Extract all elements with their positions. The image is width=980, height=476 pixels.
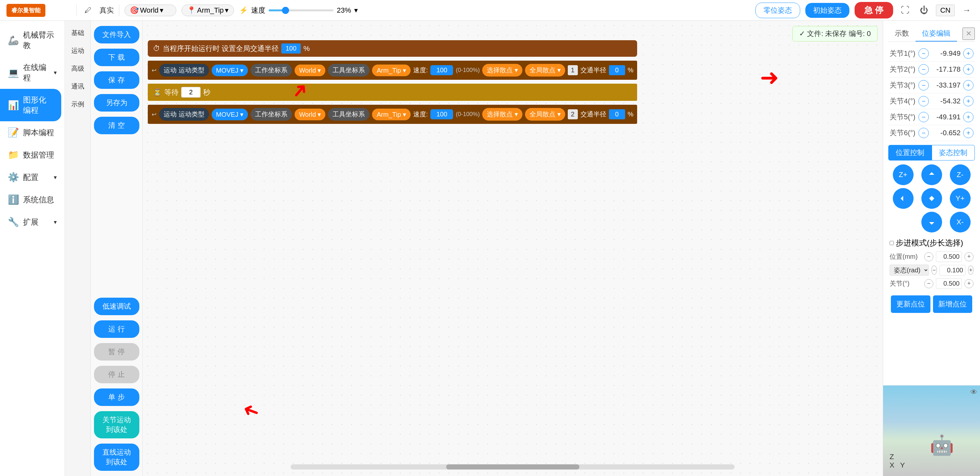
step-button[interactable]: 单 步 bbox=[94, 388, 139, 406]
att-rad-plus-button[interactable]: + bbox=[968, 266, 974, 275]
joint-6-plus-button[interactable]: + bbox=[963, 128, 974, 138]
yplus-right-button[interactable]: Y+ bbox=[950, 188, 970, 209]
joint-deg-plus-button[interactable]: + bbox=[964, 279, 974, 288]
joint-deg-minus-button[interactable]: − bbox=[924, 279, 933, 288]
panel-close-button[interactable]: ✕ bbox=[963, 27, 975, 40]
sidebar-item-graphic-prog[interactable]: 📊 图形化编程 bbox=[0, 89, 61, 121]
block-cat-example[interactable]: 示例 bbox=[65, 96, 91, 113]
block-cat-comm[interactable]: 通讯 bbox=[65, 78, 91, 96]
logout-icon[interactable]: → bbox=[960, 4, 974, 16]
tab-pos-edit[interactable]: 位姿编辑 bbox=[915, 26, 957, 41]
tab-params[interactable]: 示数 bbox=[888, 26, 915, 41]
joint-3-minus-button[interactable]: − bbox=[918, 80, 929, 91]
save-button[interactable]: 保 存 bbox=[94, 71, 139, 89]
main-layout: 🦾 机械臂示教 💻 在线编程 ▾ 📊 图形化编程 📝 脚本编程 📁 数据管理 ⚙… bbox=[0, 21, 980, 476]
file-import-button[interactable]: 文件导入 bbox=[94, 26, 139, 43]
tab-attitude-control[interactable]: 姿态控制 bbox=[932, 145, 975, 161]
joint-move-button[interactable]: 关节运动到该处 bbox=[94, 411, 139, 438]
joint-3-plus-button[interactable]: + bbox=[963, 80, 974, 91]
row2-radius-input[interactable] bbox=[609, 109, 625, 119]
sidebar-item-config[interactable]: ⚙️ 配置 ▾ bbox=[0, 166, 65, 188]
row1-speed-input[interactable] bbox=[430, 65, 453, 75]
joint-1-minus-button[interactable]: − bbox=[918, 48, 929, 59]
yplus-button[interactable] bbox=[921, 164, 942, 185]
run-button[interactable]: 运 行 bbox=[94, 320, 139, 338]
tip-selector[interactable]: 📍 Arm_Tip bbox=[181, 5, 234, 16]
att-rad-select[interactable]: 姿态(rad) bbox=[889, 264, 929, 275]
zplus-button[interactable]: Z+ bbox=[893, 164, 913, 185]
xminus2-button[interactable]: X- bbox=[950, 212, 970, 232]
coord-selector[interactable]: 🎯 World bbox=[124, 5, 176, 16]
wait-value-input[interactable] bbox=[181, 87, 200, 98]
joint-4-minus-button[interactable]: − bbox=[918, 96, 929, 107]
pos-mm-plus-button[interactable]: + bbox=[964, 252, 974, 261]
yminus-button[interactable] bbox=[921, 212, 942, 232]
row1-coord-val[interactable]: World ▾ bbox=[294, 65, 325, 76]
row2-tool-label[interactable]: 工具坐标系 bbox=[328, 108, 369, 121]
pos-mm-input[interactable] bbox=[936, 251, 962, 262]
att-rad-input[interactable] bbox=[940, 265, 966, 275]
new-point-button[interactable]: 新增点位 bbox=[933, 295, 972, 313]
row2-tool-val[interactable]: Arm_Tip ▾ bbox=[372, 108, 410, 120]
download-button[interactable]: 下 载 bbox=[94, 49, 139, 66]
sidebar-item-script-prog[interactable]: 📝 脚本编程 bbox=[0, 121, 65, 144]
row1-movej-btn[interactable]: MOVEJ ▾ bbox=[212, 65, 248, 76]
header-radius-input[interactable] bbox=[281, 43, 301, 54]
joint-5-minus-button[interactable]: − bbox=[918, 112, 929, 122]
row1-tool-label[interactable]: 工具坐标系 bbox=[328, 64, 369, 76]
save-as-button[interactable]: 另存为 bbox=[94, 94, 139, 111]
pause-button[interactable]: 暂 停 bbox=[94, 343, 139, 361]
low-debug-button[interactable]: 低速调试 bbox=[94, 298, 139, 315]
row2-coord-val[interactable]: World ▾ bbox=[294, 108, 325, 120]
joint-4-value: -54.32 bbox=[931, 97, 961, 105]
update-point-button[interactable]: 更新点位 bbox=[891, 295, 931, 313]
block-cat-motion[interactable]: 运动 bbox=[65, 42, 91, 60]
joint-2-minus-button[interactable]: − bbox=[918, 64, 929, 75]
power-icon[interactable]: ⏻ bbox=[917, 4, 931, 16]
sidebar-item-data-mgmt[interactable]: 📁 数据管理 bbox=[0, 144, 65, 166]
row2-motion-label[interactable]: 运动 运动类型 bbox=[159, 108, 209, 121]
att-rad-minus-button[interactable]: − bbox=[931, 266, 937, 275]
row2-select-btn[interactable]: 选择散点 ▾ bbox=[482, 108, 522, 121]
row2-speed-input[interactable] bbox=[430, 109, 453, 119]
mode-icon-btn[interactable]: 🖊 bbox=[82, 5, 94, 16]
joint-2-plus-button[interactable]: + bbox=[963, 64, 974, 75]
row1-all-btn[interactable]: 全局散点 ▾ bbox=[525, 64, 565, 76]
joint-1-plus-button[interactable]: + bbox=[963, 48, 974, 59]
init-pose-button[interactable]: 初始姿态 bbox=[805, 3, 850, 18]
block-cat-advanced[interactable]: 高级 bbox=[65, 60, 91, 78]
sidebar-item-extend[interactable]: 🔧 扩展 ▾ bbox=[0, 211, 65, 233]
sidebar-item-sysinfo[interactable]: ℹ️ 系统信息 bbox=[0, 188, 65, 211]
xplus-button[interactable] bbox=[921, 188, 942, 209]
row1-motion-label[interactable]: 运动 运动类型 bbox=[159, 64, 209, 76]
row2-coord-label[interactable]: 工作坐标系 bbox=[250, 108, 292, 121]
linear-move-button[interactable]: 直线运动到该处 bbox=[94, 444, 139, 471]
view3d-hide-button[interactable]: 👁 bbox=[970, 388, 977, 396]
fullscreen-icon[interactable]: ⛶ bbox=[898, 4, 912, 16]
pos-mm-minus-button[interactable]: − bbox=[924, 252, 933, 261]
row2-all-btn[interactable]: 全局散点 ▾ bbox=[525, 108, 565, 121]
canvas-scrollbar[interactable] bbox=[291, 464, 735, 470]
joint-deg-input[interactable] bbox=[936, 278, 962, 289]
joint-6-minus-button[interactable]: − bbox=[918, 128, 929, 138]
tab-position-control[interactable]: 位置控制 bbox=[888, 145, 932, 161]
speed-slider[interactable] bbox=[269, 10, 334, 11]
row1-tool-val[interactable]: Arm_Tip ▾ bbox=[372, 65, 410, 76]
row1-select-btn[interactable]: 选择散点 ▾ bbox=[482, 64, 522, 76]
xminus-button[interactable] bbox=[893, 188, 913, 209]
clear-button[interactable]: 清 空 bbox=[94, 117, 139, 134]
step-mode-checkbox[interactable] bbox=[889, 241, 894, 245]
row2-movej-btn[interactable]: MOVEJ ▾ bbox=[212, 108, 248, 120]
stop-button[interactable]: 停 止 bbox=[94, 366, 139, 383]
lang-button[interactable]: CN bbox=[936, 5, 955, 16]
zminus-button[interactable]: Z- bbox=[950, 164, 970, 185]
zero-pose-button[interactable]: 零位姿态 bbox=[756, 3, 800, 18]
joint-5-plus-button[interactable]: + bbox=[963, 112, 974, 122]
estop-button[interactable]: 急 停 bbox=[854, 2, 893, 19]
block-cat-basic[interactable]: 基础 bbox=[65, 24, 91, 42]
joint-4-plus-button[interactable]: + bbox=[963, 96, 974, 107]
row1-radius-input[interactable] bbox=[609, 65, 625, 75]
sidebar-item-arm-teach[interactable]: 🦾 机械臂示教 bbox=[0, 24, 65, 56]
row1-coord-label[interactable]: 工作坐标系 bbox=[250, 64, 292, 76]
sidebar-item-online-prog[interactable]: 💻 在线编程 ▾ bbox=[0, 56, 65, 89]
